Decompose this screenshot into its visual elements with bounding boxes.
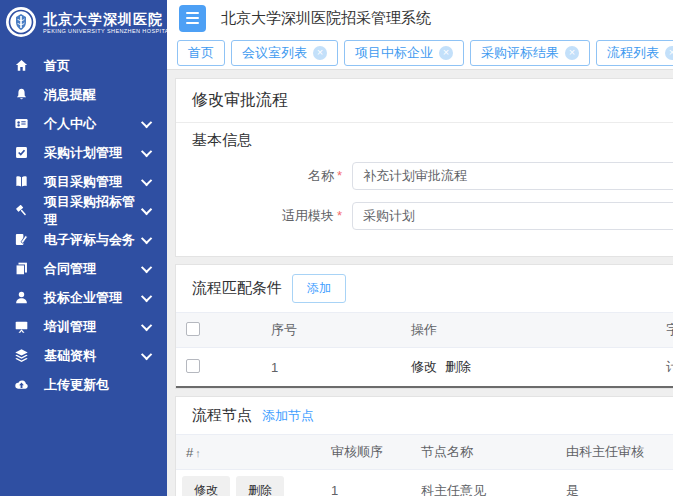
page-title: 修改审批流程 <box>176 79 673 123</box>
module-field[interactable] <box>352 202 673 230</box>
chevron-down-icon <box>141 319 152 330</box>
sidebar-item-base-data[interactable]: 基础资料 <box>0 341 167 370</box>
order-cell: 1 <box>321 470 411 496</box>
sidebar-item-bidding-management[interactable]: 项目采购招标管理 <box>0 196 167 225</box>
sidebar-item-profile[interactable]: 个人中心 <box>0 109 167 138</box>
clipped-cell: 计 <box>656 348 673 388</box>
sidebar-item-label: 投标企业管理 <box>44 289 122 307</box>
home-icon <box>13 58 29 74</box>
table-row: 修改删除 1 科主任意见 是 <box>176 470 673 496</box>
select-all-checkbox[interactable] <box>186 322 200 336</box>
table-header-row: #↑ 审核顺序 节点名称 由科主任审核 <box>176 435 673 470</box>
close-icon[interactable]: × <box>439 46 453 60</box>
sidebar-item-label: 基础资料 <box>44 347 96 365</box>
bell-icon <box>13 87 29 103</box>
column-ops[interactable]: #↑ <box>176 435 321 470</box>
tab-label: 首页 <box>188 44 214 62</box>
tab-meeting-room-list[interactable]: 会议室列表 × <box>231 40 338 66</box>
sidebar-item-label: 培训管理 <box>44 318 96 336</box>
id-card-icon <box>13 116 29 132</box>
add-node-link[interactable]: 添加节点 <box>262 407 314 425</box>
delete-link[interactable]: 删除 <box>445 359 471 374</box>
add-condition-button[interactable]: 添加 <box>292 274 346 303</box>
column-seq: 序号 <box>261 313 401 348</box>
sidebar-item-notifications[interactable]: 消息提醒 <box>0 80 167 109</box>
content-area: 修改审批流程 基本信息 名称* 适用模块* 流程匹配条件 <box>167 70 673 496</box>
sidebar-item-label: 消息提醒 <box>44 86 96 104</box>
sidebar-item-label: 采购计划管理 <box>44 144 122 162</box>
tab-project-winning-companies[interactable]: 项目中标企业 × <box>344 40 464 66</box>
match-conditions-table: 序号 操作 字 1 修改删除 计 <box>176 312 673 388</box>
presentation-icon <box>13 319 29 335</box>
sidebar-item-home[interactable]: 首页 <box>0 51 167 80</box>
book-icon <box>13 174 29 190</box>
basic-info-card: 修改审批流程 基本信息 名称* 适用模块* <box>175 78 673 257</box>
sidebar-item-contract-management[interactable]: 合同管理 <box>0 254 167 283</box>
document-edit-icon <box>13 232 29 248</box>
table-row: 1 修改删除 计 <box>176 348 673 388</box>
ops-cell: 修改删除 <box>176 470 321 496</box>
tab-evaluation-results[interactable]: 采购评标结果 × <box>470 40 590 66</box>
seq-cell: 1 <box>261 348 401 388</box>
gavel-icon <box>13 203 29 219</box>
sort-asc-icon: ↑ <box>195 447 201 459</box>
column-dept-head: 由科主任审核 <box>556 435 673 470</box>
tab-home[interactable]: 首页 <box>177 40 225 66</box>
hospital-logo: 北京大学深圳医院 PEKING UNIVERSITY SHENZHEN HOSP… <box>0 0 167 43</box>
sidebar-item-label: 首页 <box>44 57 70 75</box>
edit-link[interactable]: 修改 <box>411 359 437 374</box>
form-row-module: 适用模块* <box>192 202 673 230</box>
close-icon[interactable]: × <box>565 46 579 60</box>
hospital-emblem-icon <box>6 7 36 37</box>
form-row-name: 名称* <box>192 162 673 190</box>
close-icon[interactable]: × <box>665 46 673 60</box>
hamburger-icon[interactable] <box>179 5 206 32</box>
main-area: 北京大学深圳医院招采管理系统 首页 会议室列表 × 项目中标企业 × 采购评标结… <box>167 0 673 496</box>
tab-label: 采购评标结果 <box>481 44 559 62</box>
table-header-row: 序号 操作 字 <box>176 313 673 348</box>
row-checkbox[interactable] <box>186 359 200 373</box>
sidebar: 北京大学深圳医院 PEKING UNIVERSITY SHENZHEN HOSP… <box>0 0 167 496</box>
tab-label: 会议室列表 <box>242 44 307 62</box>
layers-icon <box>13 348 29 364</box>
sidebar-item-procurement-plan[interactable]: 采购计划管理 <box>0 138 167 167</box>
hospital-name: 北京大学深圳医院 <box>43 11 167 28</box>
node-name-cell: 科主任意见 <box>411 470 556 496</box>
sidebar-item-label: 合同管理 <box>44 260 96 278</box>
sidebar-item-e-evaluation[interactable]: 电子评标与会务 <box>0 225 167 254</box>
chevron-down-icon <box>141 261 152 272</box>
column-clipped: 字 <box>656 313 673 348</box>
column-node-name: 节点名称 <box>411 435 556 470</box>
match-conditions-title: 流程匹配条件 <box>192 279 282 298</box>
close-icon[interactable]: × <box>313 46 327 60</box>
delete-button[interactable]: 删除 <box>236 476 284 496</box>
basic-info-section-title: 基本信息 <box>192 131 673 150</box>
sidebar-item-label: 个人中心 <box>44 115 96 133</box>
chevron-down-icon <box>141 116 152 127</box>
dept-head-cell: 是 <box>556 470 673 496</box>
process-nodes-title: 流程节点 <box>192 406 252 425</box>
system-title: 北京大学深圳医院招采管理系统 <box>221 9 431 28</box>
chevron-down-icon <box>141 145 152 156</box>
app-window: 北京大学深圳医院 PEKING UNIVERSITY SHENZHEN HOSP… <box>0 0 673 496</box>
plan-check-icon <box>13 145 29 161</box>
edit-button[interactable]: 修改 <box>182 476 230 496</box>
sidebar-item-bidder-companies[interactable]: 投标企业管理 <box>0 283 167 312</box>
required-asterisk: * <box>337 168 342 183</box>
column-actions: 操作 <box>401 313 656 348</box>
sidebar-item-label: 电子评标与会务 <box>44 231 135 249</box>
hospital-name-en: PEKING UNIVERSITY SHENZHEN HOSPITAL <box>43 28 167 34</box>
chevron-down-icon <box>141 290 152 301</box>
copy-icon <box>13 261 29 277</box>
module-field-label: 适用模块* <box>192 207 342 225</box>
user-icon <box>13 290 29 306</box>
column-order: 审核顺序 <box>321 435 411 470</box>
chevron-down-icon <box>141 348 152 359</box>
cloud-upload-icon <box>13 377 29 393</box>
sidebar-item-label: 项目采购招标管理 <box>44 193 144 229</box>
tab-process-list[interactable]: 流程列表 × <box>596 40 673 66</box>
name-field[interactable] <box>352 162 673 190</box>
process-nodes-card: 流程节点 添加节点 #↑ 审核顺序 节点名称 由科主任审核 <box>175 396 673 496</box>
sidebar-item-training[interactable]: 培训管理 <box>0 312 167 341</box>
sidebar-item-upload-package[interactable]: 上传更新包 <box>0 370 167 399</box>
